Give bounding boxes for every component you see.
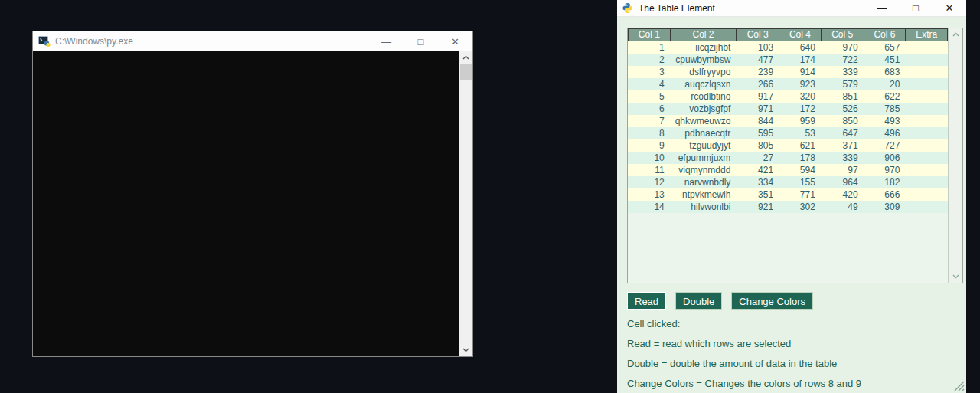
table-cell[interactable]: 10	[628, 152, 671, 164]
table-cell[interactable]: qhkwmeuwzo	[671, 115, 737, 127]
table-cell[interactable]: hilvwonlbi	[671, 201, 737, 213]
close-button[interactable]: ✕	[933, 0, 966, 16]
table-cell[interactable]: 8	[628, 127, 671, 139]
table-cell[interactable]: 172	[779, 103, 822, 115]
table-cell[interactable]: narvwnbdly	[671, 176, 737, 188]
table-cell[interactable]: 844	[737, 115, 779, 127]
table-cell[interactable]: 6	[628, 103, 671, 115]
table-cell[interactable]: 97	[822, 164, 864, 176]
table-cell[interactable]: iicqzijhbt	[671, 41, 737, 54]
table-cell[interactable]: 621	[779, 139, 822, 152]
table-cell[interactable]	[906, 115, 948, 127]
table-cell[interactable]: 309	[864, 201, 906, 213]
table-scroll-up-button[interactable]	[949, 28, 962, 41]
table-cell[interactable]: 420	[822, 188, 864, 201]
table-cell[interactable]	[906, 164, 948, 176]
table-cell[interactable]: 182	[864, 176, 906, 188]
table-cell[interactable]: 970	[864, 164, 906, 176]
table-cell[interactable]: 727	[864, 139, 906, 152]
console-scrollbar[interactable]	[459, 51, 472, 356]
table-cell[interactable]: 9	[628, 139, 671, 152]
column-header-extra[interactable]: Extra	[906, 29, 948, 41]
table-cell[interactable]: 771	[779, 188, 822, 201]
console-close-button[interactable]: ✕	[438, 31, 472, 51]
table-cell[interactable]: 266	[737, 78, 779, 90]
table-cell[interactable]: 579	[822, 78, 864, 90]
table-cell[interactable]: 421	[737, 164, 779, 176]
table-cell[interactable]	[906, 201, 948, 213]
table-cell[interactable]: 851	[822, 90, 864, 103]
table-cell[interactable]: 921	[737, 201, 779, 213]
table-cell[interactable]: 12	[628, 176, 671, 188]
table-cell[interactable]	[906, 54, 948, 66]
minimize-button[interactable]: —	[865, 0, 899, 16]
table-cell[interactable]: 178	[779, 152, 822, 164]
table-cell[interactable]: 493	[864, 115, 906, 127]
table-cell[interactable]: 14	[628, 201, 671, 213]
table-row[interactable]: 12narvwnbdly334155964182	[628, 176, 948, 188]
table-cell[interactable]: viqmynmddd	[671, 164, 737, 176]
table-row[interactable]: 9tzguudyjyt805621371727	[628, 139, 948, 152]
table-cell[interactable]: ntpvkmewih	[671, 188, 737, 201]
table-cell[interactable]	[906, 41, 948, 54]
table-cell[interactable]: 526	[822, 103, 864, 115]
table-cell[interactable]	[906, 139, 948, 152]
table-cell[interactable]: 622	[864, 90, 906, 103]
table-row[interactable]: 3dslfryyvpo239914339683	[628, 66, 948, 78]
table-cell[interactable]: 20	[864, 78, 906, 90]
table-cell[interactable]: 53	[779, 127, 822, 139]
table-cell[interactable]	[906, 188, 948, 201]
column-header-col-5[interactable]: Col 5	[822, 29, 864, 41]
table-row[interactable]: 14hilvwonlbi92130249309	[628, 201, 948, 213]
table-cell[interactable]: 971	[737, 103, 779, 115]
table-cell[interactable]: 3	[628, 66, 671, 78]
table-cell[interactable]: 49	[822, 201, 864, 213]
table-cell[interactable]: pdbnaecqtr	[671, 127, 737, 139]
table-cell[interactable]: 923	[779, 78, 822, 90]
table-cell[interactable]: 1	[628, 41, 671, 54]
table-row[interactable]: 11viqmynmddd42159497970	[628, 164, 948, 176]
table-cell[interactable]: 2	[628, 54, 671, 66]
table-cell[interactable]: tzguudyjyt	[671, 139, 737, 152]
table-cell[interactable]: 657	[864, 41, 906, 54]
double-button[interactable]: Double	[675, 292, 722, 310]
table-cell[interactable]: 477	[737, 54, 779, 66]
table-cell[interactable]: 914	[779, 66, 822, 78]
table-cell[interactable]: 339	[822, 152, 864, 164]
table-row[interactable]: 1iicqzijhbt103640970657	[628, 41, 948, 54]
read-button[interactable]: Read	[627, 292, 666, 310]
table-cell[interactable]: 640	[779, 41, 822, 54]
table-cell[interactable]: 594	[779, 164, 822, 176]
table-cell[interactable]: 964	[822, 176, 864, 188]
table-cell[interactable]: 334	[737, 176, 779, 188]
table-cell[interactable]: 239	[737, 66, 779, 78]
table-cell[interactable]: dslfryyvpo	[671, 66, 737, 78]
console-maximize-button[interactable]: □	[403, 31, 438, 51]
table-cell[interactable]: 174	[779, 54, 822, 66]
column-header-col-1[interactable]: Col 1	[628, 29, 671, 41]
table-cell[interactable]: 451	[864, 54, 906, 66]
table-cell[interactable]: 339	[822, 66, 864, 78]
table-cell[interactable]: 805	[737, 139, 779, 152]
table-cell[interactable]	[906, 176, 948, 188]
table-cell[interactable]: 906	[864, 152, 906, 164]
table-cell[interactable]: auqczlqsxn	[671, 78, 737, 90]
table-cell[interactable]: 320	[779, 90, 822, 103]
maximize-button[interactable]: □	[899, 0, 933, 16]
table-cell[interactable]	[906, 90, 948, 103]
console-scrollbar-thumb[interactable]	[460, 64, 472, 80]
table-cell[interactable]: 917	[737, 90, 779, 103]
table-row[interactable]: 2cpuwbymbsw477174722451	[628, 54, 948, 66]
table-cell[interactable]: 722	[822, 54, 864, 66]
scroll-up-button[interactable]	[459, 51, 472, 64]
table-row[interactable]: 8pdbnaecqtr59553647496	[628, 127, 948, 139]
table-cell[interactable]: 647	[822, 127, 864, 139]
table-cell[interactable]: 850	[822, 115, 864, 127]
table-row[interactable]: 13ntpvkmewih351771420666	[628, 188, 948, 201]
column-header-col-2[interactable]: Col 2	[671, 29, 737, 41]
table-row[interactable]: 10efpummjuxm27178339906	[628, 152, 948, 164]
table-cell[interactable]: vozbjsgfpf	[671, 103, 737, 115]
table-scrollbar[interactable]	[948, 28, 962, 283]
table-row[interactable]: 6vozbjsgfpf971172526785	[628, 103, 948, 115]
table-scroll-down-button[interactable]	[949, 270, 962, 283]
